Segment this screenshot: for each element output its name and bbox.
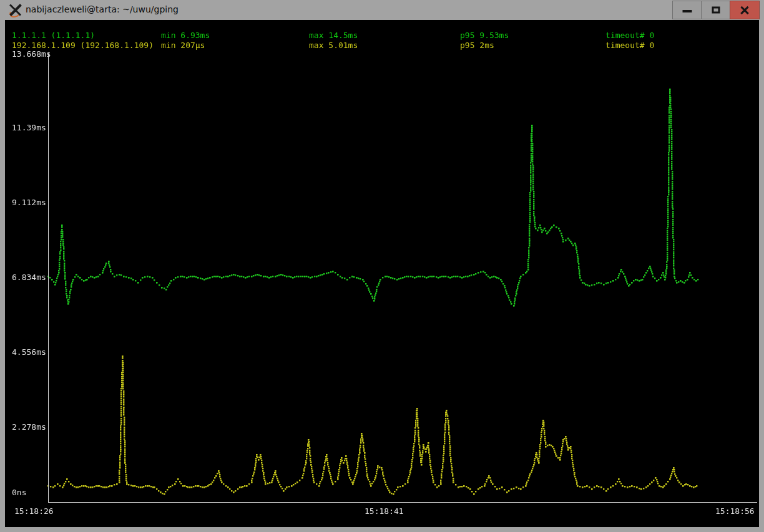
host-min: min 207µs	[161, 41, 205, 51]
host-timeouts: timeout# 0	[605, 31, 654, 41]
host-name: 1.1.1.1 (1.1.1.1)	[12, 31, 95, 41]
y-tick-label: 0ns	[12, 488, 26, 498]
host-p95: p95 2ms	[460, 41, 494, 51]
close-icon	[740, 5, 750, 15]
window-titlebar[interactable]: nabijaczleweli@tarta: ~/uwu/gping	[0, 0, 764, 20]
maximize-icon	[712, 7, 720, 14]
host-p95: p95 9.53ms	[460, 31, 509, 41]
host-max: max 5.01ms	[309, 41, 358, 51]
close-button[interactable]	[730, 1, 760, 19]
y-tick-label: 9.112ms	[12, 198, 46, 208]
window-title: nabijaczleweli@tarta: ~/uwu/gping	[26, 4, 179, 14]
host-stats-row: 1.1.1.1 (1.1.1.1) min 6.93ms max 14.5ms …	[5, 31, 759, 41]
host-stats-row: 192.168.1.109 (192.168.1.109) min 207µs …	[5, 41, 759, 51]
host-timeouts: timeout# 0	[605, 41, 654, 51]
xterm-app-icon[interactable]	[9, 3, 22, 17]
minimize-icon	[682, 10, 692, 12]
minimize-button[interactable]	[672, 1, 702, 19]
y-tick-label: 4.556ms	[12, 347, 46, 357]
xterm-window: nabijaczleweli@tarta: ~/uwu/gping 1.1.1.…	[0, 0, 764, 532]
y-tick-label: 6.834ms	[12, 273, 46, 283]
host-max: max 14.5ms	[309, 31, 358, 41]
x-axis-line	[48, 502, 757, 503]
maximize-button[interactable]	[701, 1, 730, 19]
x-tick-label: 15:18:56	[715, 506, 755, 516]
host-min: min 6.93ms	[161, 31, 210, 41]
y-tick-label: 2.278ms	[12, 422, 46, 432]
x-tick-label: 15:18:41	[365, 506, 404, 516]
x-tick-label: 15:18:26	[14, 506, 54, 516]
y-axis-line	[48, 52, 49, 502]
terminal-screen[interactable]: 1.1.1.1 (1.1.1.1) min 6.93ms max 14.5ms …	[5, 20, 759, 527]
gping-latency-plot	[5, 20, 759, 527]
y-tick-label: 11.39ms	[12, 123, 46, 133]
y-tick-label: 13.668ms	[12, 49, 51, 59]
